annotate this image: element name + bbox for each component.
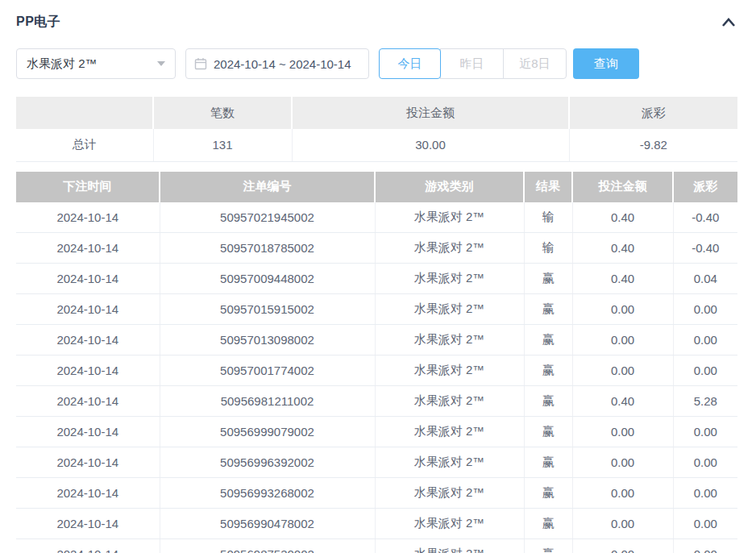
summary-header-blank (16, 97, 153, 129)
cell-result: 赢 (524, 417, 572, 447)
bet-table-row: 2024-10-14 50957013098002 水果派对 2™ 赢 0.00… (16, 325, 737, 356)
cell-payout: 0.00 (673, 417, 737, 447)
cell-payout: -0.40 (673, 202, 737, 233)
cell-bet-amount: 0.40 (572, 202, 673, 233)
query-button[interactable]: 查询 (573, 48, 639, 79)
cell-bet-time: 2024-10-14 (16, 447, 160, 478)
bet-table-row: 2024-10-14 50956993268002 水果派对 2™ 赢 0.00… (16, 478, 737, 509)
cell-game-type: 水果派对 2™ (375, 386, 524, 417)
cell-result: 输 (524, 202, 572, 233)
chevron-up-icon (721, 17, 736, 27)
cell-payout: 0.00 (673, 294, 737, 325)
quick-filter-today-button[interactable]: 今日 (379, 48, 441, 79)
cell-order-id: 50956993268002 (160, 478, 375, 509)
cell-bet-amount: 0.00 (572, 325, 673, 356)
summary-payout-value: -9.82 (569, 129, 737, 161)
bet-records-table: 下注时间 注单编号 游戏类别 结果 投注金额 派彩 2024-10-14 509… (16, 172, 737, 553)
cell-bet-time: 2024-10-14 (16, 356, 160, 386)
pp-games-panel: PP电子 水果派对 2™ 2024-10-14 ~ 2024-10-14 今日 … (0, 0, 756, 553)
cell-bet-amount: 0.00 (572, 447, 673, 478)
header-bet-amount: 投注金额 (572, 172, 673, 202)
header-order-id: 注单编号 (160, 172, 375, 202)
cell-bet-amount: 0.00 (572, 417, 673, 447)
cell-result: 赢 (524, 325, 572, 356)
panel-title: PP电子 (16, 14, 60, 31)
cell-bet-amount: 0.40 (572, 233, 673, 264)
cell-payout: 0.00 (673, 447, 737, 478)
summary-header-row: 笔数 投注金额 派彩 (16, 97, 737, 129)
quick-filter-yesterday-button[interactable]: 昨日 (440, 48, 504, 79)
cell-order-id: 50957009448002 (160, 264, 375, 294)
header-bet-time: 下注时间 (16, 172, 160, 202)
bet-table-row: 2024-10-14 50956981211002 水果派对 2™ 赢 0.40… (16, 386, 737, 417)
cell-bet-time: 2024-10-14 (16, 386, 160, 417)
cell-order-id: 50957021945002 (160, 202, 375, 233)
cell-bet-amount: 0.00 (572, 356, 673, 386)
cell-result: 赢 (524, 386, 572, 417)
cell-game-type: 水果派对 2™ (375, 509, 524, 539)
bet-table-row: 2024-10-14 50957021945002 水果派对 2™ 输 0.40… (16, 202, 737, 233)
game-select-value: 水果派对 2™ (27, 56, 98, 72)
cell-bet-amount: 0.40 (572, 386, 673, 417)
summary-count-value: 131 (153, 129, 292, 161)
header-result: 结果 (524, 172, 572, 202)
cell-game-type: 水果派对 2™ (375, 478, 524, 509)
cell-order-id: 50956999079002 (160, 417, 375, 447)
summary-table: 笔数 投注金额 派彩 总计 131 30.00 -9.82 (16, 97, 737, 162)
game-select[interactable]: 水果派对 2™ (16, 48, 176, 79)
cell-bet-time: 2024-10-14 (16, 294, 160, 325)
date-range-value: 2024-10-14 ~ 2024-10-14 (214, 57, 351, 71)
cell-bet-amount: 0.00 (572, 539, 673, 553)
quick-filter-last8days-button[interactable]: 近8日 (503, 48, 567, 79)
cell-result: 赢 (524, 509, 572, 539)
cell-payout: 0.04 (673, 264, 737, 294)
cell-order-id: 50957018785002 (160, 233, 375, 264)
cell-result: 赢 (524, 539, 572, 553)
cell-game-type: 水果派对 2™ (375, 233, 524, 264)
cell-order-id: 50956990478002 (160, 509, 375, 539)
cell-order-id: 50957015915002 (160, 294, 375, 325)
cell-payout: 0.00 (673, 478, 737, 509)
cell-result: 赢 (524, 356, 572, 386)
cell-game-type: 水果派对 2™ (375, 202, 524, 233)
cell-bet-time: 2024-10-14 (16, 202, 160, 233)
cell-bet-time: 2024-10-14 (16, 509, 160, 539)
cell-bet-amount: 0.40 (572, 264, 673, 294)
summary-header-payout: 派彩 (569, 97, 737, 129)
cell-bet-time: 2024-10-14 (16, 539, 160, 553)
cell-game-type: 水果派对 2™ (375, 264, 524, 294)
cell-game-type: 水果派对 2™ (375, 447, 524, 478)
cell-result: 赢 (524, 447, 572, 478)
cell-game-type: 水果派对 2™ (375, 356, 524, 386)
cell-result: 赢 (524, 264, 572, 294)
bet-table-row: 2024-10-14 50957018785002 水果派对 2™ 输 0.40… (16, 233, 737, 264)
cell-game-type: 水果派对 2™ (375, 539, 524, 553)
chevron-down-icon (157, 61, 165, 66)
bet-table-row: 2024-10-14 50956990478002 水果派对 2™ 赢 0.00… (16, 509, 737, 539)
cell-result: 赢 (524, 478, 572, 509)
cell-order-id: 50956981211002 (160, 386, 375, 417)
summary-header-count: 笔数 (153, 97, 292, 129)
filter-bar: 水果派对 2™ 2024-10-14 ~ 2024-10-14 今日 昨日 近8… (16, 48, 737, 79)
cell-order-id: 50956987530002 (160, 539, 375, 553)
bet-table-row: 2024-10-14 50956996392002 水果派对 2™ 赢 0.00… (16, 447, 737, 478)
bet-table-row: 2024-10-14 50957009448002 水果派对 2™ 赢 0.40… (16, 264, 737, 294)
cell-order-id: 50956996392002 (160, 447, 375, 478)
cell-payout: -0.40 (673, 233, 737, 264)
cell-payout: 0.00 (673, 539, 737, 553)
date-range-input[interactable]: 2024-10-14 ~ 2024-10-14 (185, 48, 369, 79)
calendar-icon (194, 57, 207, 70)
summary-bet-amount-value: 30.00 (292, 129, 569, 161)
bet-table-body: 2024-10-14 50957021945002 水果派对 2™ 输 0.40… (16, 202, 737, 553)
quick-filter-group: 今日 昨日 近8日 (379, 48, 567, 79)
collapse-chevron-up-icon[interactable] (720, 15, 737, 29)
cell-bet-amount: 0.00 (572, 478, 673, 509)
cell-bet-amount: 0.00 (572, 509, 673, 539)
cell-payout: 0.00 (673, 325, 737, 356)
panel-header: PP电子 (16, 11, 737, 32)
bet-table-row: 2024-10-14 50956987530002 水果派对 2™ 赢 0.00… (16, 539, 737, 553)
cell-order-id: 50957001774002 (160, 356, 375, 386)
cell-game-type: 水果派对 2™ (375, 417, 524, 447)
bet-table-header-row: 下注时间 注单编号 游戏类别 结果 投注金额 派彩 (16, 172, 737, 202)
cell-payout: 5.28 (673, 386, 737, 417)
